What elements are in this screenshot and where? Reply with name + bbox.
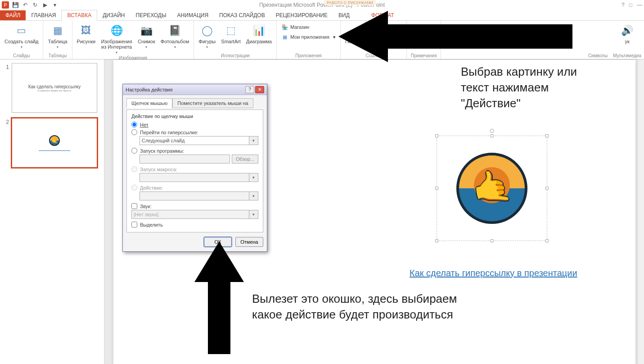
- shapes-label: Фигуры: [198, 39, 216, 44]
- minimize-icon[interactable]: —: [637, 2, 642, 8]
- photo-album-icon: 📓: [168, 23, 182, 38]
- window-title: Презентация Microsoft PowerPoint (2) - P…: [0, 2, 644, 8]
- action-button[interactable]: ✦Действие: [378, 23, 404, 45]
- tab-home[interactable]: ГЛАВНАЯ: [26, 10, 61, 20]
- group-links: 🔗Гиперссылка ✦Действие Ссылки: [341, 21, 407, 59]
- online-pictures-button[interactable]: 🌐Изображения из Интернета▾: [99, 23, 134, 55]
- resize-handle[interactable]: [545, 239, 549, 242]
- save-icon[interactable]: 💾: [12, 1, 19, 9]
- group-comments-label: Примечания: [411, 53, 437, 59]
- resize-handle[interactable]: [491, 239, 494, 242]
- opt-hyperlink-radio[interactable]: [131, 129, 137, 135]
- ok-button[interactable]: ОК: [204, 237, 232, 247]
- help-icon[interactable]: ?: [621, 2, 625, 8]
- opt-action-label: Действие:: [140, 185, 163, 191]
- group-symbols-label: Символы: [588, 53, 608, 59]
- dialog-tab-hover[interactable]: Поместите указатель мыши на: [172, 98, 253, 108]
- tab-view[interactable]: ВИД: [333, 10, 355, 20]
- tab-transitions[interactable]: ПЕРЕХОДЫ: [131, 10, 172, 20]
- annotation-text-2: Вылезет это окошко, здесь выбираем какое…: [252, 291, 486, 323]
- hyperlink-label: Гиперссылка: [345, 39, 375, 44]
- rotate-handle[interactable]: [490, 129, 494, 133]
- title-bar: P 💾 ↶ ↻ ▶ ▾ Презентация Microsoft PowerP…: [0, 0, 644, 10]
- slide-thumbnail-1[interactable]: Как сделать гиперссылку А сделать видео …: [12, 63, 97, 113]
- opt-action-radio: [131, 185, 137, 191]
- group-symbols: Символы: [585, 21, 610, 59]
- tab-animations[interactable]: АНИМАЦИЯ: [172, 10, 214, 20]
- tab-slideshow[interactable]: ПОКАЗ СЛАЙДОВ: [214, 10, 270, 20]
- vertical-scrollbar[interactable]: [638, 59, 644, 364]
- group-apps: 🏪Магазин ▦Мои приложения▾ Приложения: [277, 21, 341, 59]
- resize-handle[interactable]: [435, 134, 438, 137]
- opt-none-radio[interactable]: [131, 122, 137, 127]
- thumb1-title: Как сделать гиперссылку: [28, 84, 81, 89]
- sound-button[interactable]: 🔊ук: [617, 23, 638, 45]
- thumb1-sub: А сделать видео не просто: [37, 89, 71, 92]
- smartart-button[interactable]: ⬚SmartArt: [219, 23, 242, 45]
- online-pictures-label: Изображения из Интернета: [101, 39, 132, 50]
- shapes-button[interactable]: ◯Фигуры▾: [197, 23, 217, 50]
- resize-handle[interactable]: [545, 134, 549, 137]
- store-button[interactable]: 🏪Магазин: [279, 23, 311, 32]
- tab-review[interactable]: РЕЦЕНЗИРОВАНИЕ: [270, 10, 333, 20]
- undo-icon[interactable]: ↶: [22, 1, 29, 9]
- qat-more-icon[interactable]: ▾: [51, 1, 59, 9]
- opt-macro-radio: [131, 166, 137, 172]
- tab-design[interactable]: ДИЗАЙН: [97, 10, 130, 20]
- opt-program-radio[interactable]: [131, 148, 137, 154]
- highlight-checkbox[interactable]: [131, 222, 137, 228]
- table-button[interactable]: ▦ Таблица ▾: [46, 23, 69, 50]
- resize-handle[interactable]: [545, 187, 549, 190]
- ribbon-display-icon[interactable]: □: [629, 2, 632, 8]
- sound-combo: [131, 210, 249, 219]
- slideshow-icon[interactable]: ▶: [41, 1, 49, 9]
- comment-button[interactable]: 💬Примеча...: [410, 23, 438, 45]
- hyperlink-text[interactable]: Как сделать гиперссылку в презентации: [410, 268, 577, 278]
- dialog-tab-click[interactable]: Щелчок мышью: [126, 98, 172, 108]
- group-illustrations: ◯Фигуры▾ ⬚SmartArt 📊Диаграмма Иллюстраци…: [194, 21, 277, 59]
- context-tab-group-label: РАБОТА С РИСУНКАМИ: [324, 0, 376, 5]
- pictures-label: Рисунки: [77, 39, 96, 44]
- chart-button[interactable]: 📊Диаграмма: [244, 23, 274, 45]
- tab-file[interactable]: ФАЙЛ: [0, 10, 26, 20]
- action-settings-dialog: Настройка действия ? ✕ Щелчок мышью Поме…: [122, 84, 267, 252]
- my-apps-button[interactable]: ▦Мои приложения▾: [279, 32, 338, 41]
- pictures-button[interactable]: 🖼Рисунки: [75, 23, 98, 45]
- resize-handle[interactable]: [491, 134, 494, 137]
- photo-album-button[interactable]: 📓Фотоальбом▾: [159, 23, 191, 50]
- store-icon: 🏪: [281, 23, 288, 31]
- hyperlink-combo[interactable]: [140, 136, 249, 145]
- tab-insert[interactable]: ВСТАВКА: [61, 10, 97, 21]
- resize-handle[interactable]: [435, 239, 438, 242]
- thumbnail-panel[interactable]: 1 Как сделать гиперссылку А сделать виде…: [0, 59, 104, 364]
- program-path-input: [140, 155, 230, 164]
- smartart-icon: ⬚: [224, 23, 238, 38]
- new-slide-button[interactable]: ▭ Создать слайд ▾: [3, 23, 40, 50]
- dialog-close-button[interactable]: ✕: [255, 86, 264, 93]
- dialog-pane: Действие по щелчку мыши Нет Перейти по г…: [126, 109, 263, 232]
- group-images: 🖼Рисунки 🌐Изображения из Интернета▾ 📷Сни…: [72, 21, 194, 59]
- resize-handle[interactable]: [435, 187, 438, 190]
- chart-icon: 📊: [252, 23, 266, 38]
- sound-checkbox[interactable]: [131, 203, 137, 209]
- hyperlink-combo-dropdown[interactable]: ▾: [249, 136, 258, 145]
- hyperlink-button[interactable]: 🔗Гиперссылка: [343, 23, 377, 45]
- dialog-help-button[interactable]: ?: [245, 86, 254, 93]
- opt-none-label: Нет: [140, 122, 149, 127]
- selected-picture[interactable]: 🤙: [437, 136, 547, 241]
- comment-icon: 💬: [417, 23, 431, 38]
- cancel-button[interactable]: Отмена: [235, 237, 263, 247]
- action-icon: ✦: [384, 23, 398, 38]
- dialog-title-bar[interactable]: Настройка действия ? ✕: [123, 84, 267, 95]
- thumb-number: 2: [5, 118, 9, 168]
- new-slide-icon: ▭: [14, 23, 29, 38]
- macro-combo-dropdown: ▾: [249, 173, 258, 182]
- slide-thumbnail-2[interactable]: 🤙: [12, 118, 97, 168]
- redo-icon[interactable]: ↻: [32, 1, 39, 9]
- sound-label: Звук:: [140, 204, 152, 209]
- tab-format[interactable]: ФОРМАТ: [366, 10, 400, 20]
- action-combo-dropdown: ▾: [249, 191, 258, 200]
- screenshot-button[interactable]: 📷Снимок▾: [136, 23, 157, 50]
- group-illustrations-label: Иллюстрации: [221, 53, 250, 59]
- browse-button: Обзор...: [232, 155, 258, 164]
